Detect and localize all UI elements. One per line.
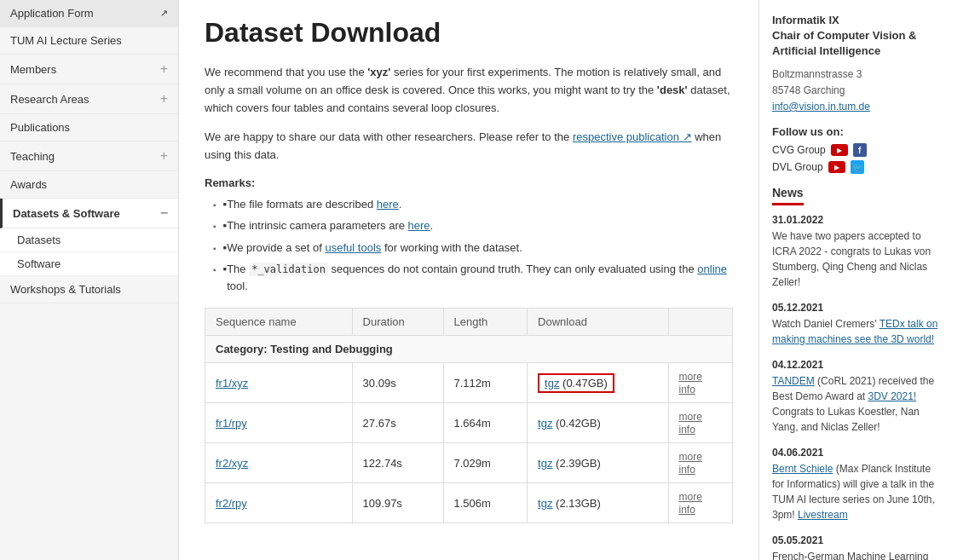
cvg-youtube-icon[interactable]: ▶ [831, 144, 848, 156]
sidebar-item-label: TUM AI Lecture Series [10, 34, 122, 47]
sidebar-item-awards[interactable]: Awards [0, 171, 178, 199]
sidebar-item-label: Members [10, 63, 56, 76]
expand-icon: + [160, 91, 168, 107]
sequence-link-fr1rpy[interactable]: fr1/rpy [216, 417, 247, 430]
collapse-icon: − [160, 205, 168, 221]
sidebar-item-tum-ai[interactable]: TUM AI Lecture Series [0, 27, 178, 55]
length-cell: 1.664m [443, 403, 528, 443]
sidebar-item-members[interactable]: Members + [0, 55, 178, 84]
sidebar-item-teaching[interactable]: Teaching + [0, 141, 178, 171]
download-link-fr1rpy[interactable]: tgz [538, 417, 552, 430]
news-item-5: 05.05.2021 French-German Machine Learnin… [772, 534, 942, 560]
sidebar-item-datasets-software[interactable]: Datasets & Software − [0, 199, 178, 228]
livestream-link[interactable]: Livestream [798, 509, 848, 521]
validation-code: *_validation [249, 263, 328, 276]
sidebar-item-label: Publications [10, 121, 70, 134]
expand-icon: + [160, 61, 168, 77]
download-link-fr2rpy[interactable]: tgz [538, 497, 552, 510]
remarks-label: Remarks: [205, 176, 733, 189]
news-item-3: 04.12.2021 TANDEM (CoRL 2021) received t… [772, 359, 942, 435]
follow-label: Follow us on: [772, 125, 942, 138]
length-cell: 7.112m [443, 363, 528, 403]
bernt-schiele-link[interactable]: Bernt Schiele [772, 463, 833, 475]
category-label: Category: Testing and Debugging [205, 336, 733, 363]
sidebar-item-publications[interactable]: Publications [0, 114, 178, 141]
sidebar-item-label: Teaching [10, 150, 55, 163]
bullet-item-4: ▪ The *_validation sequences do not cont… [213, 261, 733, 294]
table-row: fr1/rpy 27.67s 1.664m tgz (0.42GB) morei… [205, 403, 733, 443]
download-link-fr2xyz[interactable]: tgz [538, 457, 552, 470]
dvl-youtube-icon[interactable]: ▶ [828, 161, 845, 173]
duration-cell: 109.97s [352, 483, 443, 523]
sequence-link-fr1xyz[interactable]: fr1/xyz [216, 377, 248, 390]
right-sidebar: Informatik IX Chair of Computer Vision &… [758, 0, 955, 560]
sequence-name-cell: fr2/xyz [205, 443, 353, 483]
useful-tools-link[interactable]: useful tools [326, 241, 382, 254]
sidebar-item-label: Software [17, 257, 61, 270]
sidebar-item-datasets[interactable]: Datasets [0, 228, 178, 252]
sidebar-item-label: Application Form [10, 7, 94, 20]
file-formats-link[interactable]: here [377, 198, 399, 211]
sidebar-item-workshops[interactable]: Workshops & Tutorials [0, 276, 178, 303]
duration-cell: 122.74s [352, 443, 443, 483]
sidebar-item-research-areas[interactable]: Research Areas + [0, 84, 178, 114]
news-date: 05.05.2021 [772, 534, 942, 546]
sequence-link-fr2rpy[interactable]: fr2/rpy [216, 497, 247, 510]
more-info-cell: moreinfo [668, 483, 733, 523]
table-category-row: Category: Testing and Debugging [205, 336, 733, 363]
follow-section: Follow us on: CVG Group ▶ f DVL Group ▶ … [772, 125, 942, 174]
duration-cell: 27.67s [352, 403, 443, 443]
more-info-link-fr1xyz[interactable]: moreinfo [679, 371, 702, 395]
news-item-2: 05.12.2021 Watch Daniel Cremers' TEDx ta… [772, 302, 942, 347]
news-date: 31.01.2022 [772, 214, 942, 226]
sequence-name-cell: fr1/rpy [205, 403, 353, 443]
news-text: Bernt Schiele (Max Planck Institute for … [772, 461, 942, 522]
dvl-group-label: DVL Group [772, 161, 823, 173]
table-row: fr2/rpy 109.97s 1.506m tgz (2.13GB) more… [205, 483, 733, 523]
download-link-fr1xyz[interactable]: tgz [545, 377, 559, 390]
news-text: We have two papers accepted to ICRA 2022… [772, 228, 942, 290]
dvl-twitter-icon[interactable]: 🐦 [851, 160, 864, 174]
news-item-4: 04.06.2021 Bernt Schiele (Max Planck Ins… [772, 447, 942, 522]
cvg-facebook-icon[interactable]: f [853, 143, 867, 157]
sidebar-submenu-datasets-software: Datasets Software [0, 228, 178, 276]
bullet-list: ▪ The file formats are described here. ▪… [213, 196, 733, 295]
col-header-length: Length [443, 309, 528, 336]
more-info-link-fr2xyz[interactable]: moreinfo [679, 451, 702, 476]
tedx-link[interactable]: TEDx talk on making machines see the 3D … [772, 318, 937, 345]
sidebar-item-software[interactable]: Software [0, 252, 178, 276]
col-header-sequence: Sequence name [205, 309, 353, 336]
org-address: Boltzmannstrasse 3 85748 Garching info@v… [772, 66, 942, 116]
col-header-duration: Duration [352, 309, 443, 336]
download-cell: tgz (0.42GB) [528, 403, 668, 443]
email-link[interactable]: info@vision.in.tum.de [772, 101, 870, 113]
news-text: Watch Daniel Cremers' TEDx talk on makin… [772, 316, 942, 347]
table-row: fr2/xyz 122.74s 7.029m tgz (2.39GB) more… [205, 443, 733, 483]
download-highlighted-box: tgz (0.47GB) [538, 373, 614, 393]
news-item-1: 31.01.2022 We have two papers accepted t… [772, 214, 942, 290]
more-info-link-fr1rpy[interactable]: moreinfo [679, 411, 702, 436]
more-info-link-fr2rpy[interactable]: moreinfo [679, 491, 702, 516]
length-cell: 1.506m [443, 483, 528, 523]
more-info-cell: moreinfo [668, 443, 733, 483]
respective-publication-link[interactable]: respective publication ↗ [573, 130, 692, 143]
col-header-download: Download [528, 309, 668, 336]
news-text: TANDEM (CoRL 2021) received the Best Dem… [772, 373, 942, 435]
camera-params-link[interactable]: here [408, 219, 430, 232]
tandem-link[interactable]: TANDEM [772, 375, 815, 387]
3dv-link[interactable]: 3DV 2021! [868, 390, 917, 402]
sidebar-item-label: Workshops & Tutorials [10, 283, 121, 296]
dvl-group-row: DVL Group ▶ 🐦 [772, 160, 942, 174]
sequence-name-cell: fr2/rpy [205, 483, 353, 523]
news-date: 04.06.2021 [772, 447, 942, 459]
sidebar-item-application-form[interactable]: Application Form ↗ [0, 0, 178, 27]
sidebar: Application Form ↗ TUM AI Lecture Series… [0, 0, 179, 560]
sidebar-item-label: Research Areas [10, 93, 89, 106]
org-name: Informatik IX Chair of Computer Vision &… [772, 13, 942, 60]
news-date: 05.12.2021 [772, 302, 942, 314]
col-header-more [668, 309, 733, 336]
desk-bold: 'desk' [657, 84, 688, 96]
sequence-link-fr2xyz[interactable]: fr2/xyz [216, 457, 248, 470]
more-info-cell: moreinfo [668, 403, 733, 443]
online-tool-link[interactable]: online [697, 263, 727, 275]
